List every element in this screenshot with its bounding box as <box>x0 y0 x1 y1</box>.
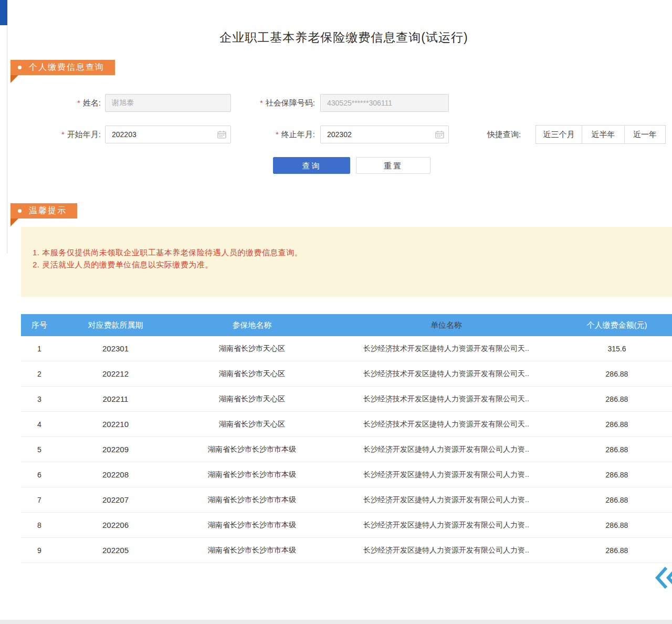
table-cell: 湖南省长沙市长沙市市本级 <box>173 495 331 505</box>
table-cell: 4 <box>21 420 58 429</box>
table-cell: 286.88 <box>562 445 672 454</box>
table-cell: 202207 <box>58 495 173 504</box>
table-cell: 286.88 <box>562 521 672 529</box>
name-label: *姓名: <box>32 94 101 112</box>
ssn-input <box>320 94 449 112</box>
table-cell: 湖南省长沙市天心区 <box>173 344 331 353</box>
table-cell: 202212 <box>58 369 173 378</box>
quick-last-half-year-button[interactable]: 近半年 <box>582 125 625 144</box>
table-cell: 长沙经济技术开发区捷特人力资源开发有限公司天.. <box>331 394 562 404</box>
table-cell: 202301 <box>58 344 173 353</box>
table-row: 1202301湖南省长沙市天心区长沙经济技术开发区捷特人力资源开发有限公司天..… <box>21 336 672 361</box>
table-cell: 286.88 <box>562 370 672 378</box>
bullet-dot-icon <box>18 209 22 213</box>
table-cell: 5 <box>21 445 58 454</box>
table-header-employer: 单位名称 <box>331 320 562 330</box>
calendar-icon[interactable] <box>435 130 444 141</box>
table-cell: 长沙经济技术开发区捷特人力资源开发有限公司天.. <box>331 420 562 429</box>
table-cell: 湖南省长沙市长沙市市本级 <box>173 470 331 480</box>
table-cell: 9 <box>21 546 58 555</box>
tips-line: 1. 本服务仅提供尚未领取企业职工基本养老保险待遇人员的缴费信息查询。 <box>33 246 659 258</box>
table-cell: 湖南省长沙市长沙市市本级 <box>173 445 331 454</box>
table-rows: 1202301湖南省长沙市天心区长沙经济技术开发区捷特人力资源开发有限公司天..… <box>21 336 672 563</box>
table-cell: 长沙经济开发区捷特人力资源开发有限公司人力资.. <box>331 546 562 555</box>
table-header-index: 序号 <box>21 320 58 330</box>
page-title: 企业职工基本养老保险缴费信息查询(试运行) <box>16 29 672 46</box>
table-cell: 202211 <box>58 394 173 403</box>
end-month-input[interactable] <box>320 126 449 143</box>
table-header-period: 对应费款所属期 <box>58 320 173 330</box>
table-cell: 286.88 <box>562 420 672 429</box>
table-cell: 202205 <box>58 546 173 555</box>
table-cell: 202208 <box>58 470 173 479</box>
quick-last-3-months-button[interactable]: 近三个月 <box>536 125 582 144</box>
quick-query-label: 快捷查询: <box>487 125 521 144</box>
table-cell: 湖南省长沙市天心区 <box>173 420 331 429</box>
table-cell: 2 <box>21 370 58 378</box>
table-row: 2202212湖南省长沙市天心区长沙经济技术开发区捷特人力资源开发有限公司天..… <box>21 361 672 387</box>
query-button[interactable]: 查询 <box>273 157 350 174</box>
table-cell: 长沙经济开发区捷特人力资源开发有限公司人力资.. <box>331 495 562 505</box>
table-cell: 长沙经济开发区捷特人力资源开发有限公司人力资.. <box>331 470 562 480</box>
table-cell: 286.88 <box>562 546 672 555</box>
table-cell: 湖南省长沙市长沙市市本级 <box>173 546 331 555</box>
table-cell: 1 <box>21 345 58 353</box>
table-cell: 湖南省长沙市天心区 <box>173 394 331 404</box>
section-badge-personal-payment-query: 个人缴费信息查询 <box>10 60 115 75</box>
name-input <box>105 94 231 112</box>
table-cell: 286.88 <box>562 395 672 403</box>
section-badge-label: 个人缴费信息查询 <box>29 62 104 73</box>
table-cell: 202209 <box>58 445 173 454</box>
table-row: 3202211湖南省长沙市天心区长沙经济技术开发区捷特人力资源开发有限公司天..… <box>21 387 672 412</box>
section-badge-tips: 温馨提示 <box>10 203 77 219</box>
table-header-row: 序号 对应费款所属期 参保地名称 单位名称 个人缴费金额(元) <box>21 314 672 336</box>
table-cell: 湖南省长沙市长沙市市本级 <box>173 521 331 530</box>
tips-line: 2. 灵活就业人员的缴费单位信息以实际缴费为准。 <box>33 258 659 271</box>
table-cell: 286.88 <box>562 496 672 504</box>
table-cell: 3 <box>21 395 58 403</box>
end-month-label: *终止年月: <box>231 126 315 143</box>
table-row: 5202209湖南省长沙市长沙市市本级长沙经济开发区捷特人力资源开发有限公司人力… <box>21 437 672 462</box>
table-cell: 长沙经济技术开发区捷特人力资源开发有限公司天.. <box>331 369 562 379</box>
ribbon-fold <box>10 219 18 226</box>
ribbon-fold <box>10 75 18 83</box>
table-cell: 7 <box>21 496 58 504</box>
page: 企业职工基本养老保险缴费信息查询(试运行) 个人缴费信息查询 *姓名: *社会保… <box>0 0 672 624</box>
quick-query-group: 近三个月 近半年 近一年 <box>536 125 666 144</box>
required-asterisk: * <box>61 130 65 139</box>
table-row: 4202210湖南省长沙市天心区长沙经济技术开发区捷特人力资源开发有限公司天..… <box>21 412 672 437</box>
table-header-amount: 个人缴费金额(元) <box>562 320 672 330</box>
table-row: 8202206湖南省长沙市长沙市市本级长沙经济开发区捷特人力资源开发有限公司人力… <box>21 513 672 538</box>
section-badge-label: 温馨提示 <box>29 205 67 216</box>
bottom-edge-strip <box>0 620 672 624</box>
tips-notice-box: 1. 本服务仅提供尚未领取企业职工基本养老保险待遇人员的缴费信息查询。 2. 灵… <box>21 227 672 297</box>
table-cell: 315.6 <box>562 345 672 353</box>
table-cell: 长沙经济技术开发区捷特人力资源开发有限公司天.. <box>331 344 562 353</box>
start-month-label: *开始年月: <box>32 126 101 143</box>
quick-last-year-button[interactable]: 近一年 <box>624 125 666 144</box>
table-row: 6202208湖南省长沙市长沙市市本级长沙经济开发区捷特人力资源开发有限公司人力… <box>21 462 672 487</box>
required-asterisk: * <box>77 98 80 107</box>
required-asterisk: * <box>260 98 263 107</box>
reset-button[interactable]: 重置 <box>356 157 430 174</box>
table-cell: 202206 <box>58 521 173 529</box>
table-cell: 长沙经济开发区捷特人力资源开发有限公司人力资.. <box>331 445 562 454</box>
required-asterisk: * <box>276 130 279 139</box>
table-cell: 6 <box>21 471 58 479</box>
bullet-dot-icon <box>18 66 22 69</box>
payment-records-table: 序号 对应费款所属期 参保地名称 单位名称 个人缴费金额(元) 1202301湖… <box>21 314 672 563</box>
table-cell: 286.88 <box>562 471 672 479</box>
table-header-insured-place: 参保地名称 <box>173 320 331 330</box>
table-cell: 长沙经济开发区捷特人力资源开发有限公司人力资.. <box>331 521 562 530</box>
double-chevron-left-icon[interactable] <box>654 565 672 590</box>
calendar-icon[interactable] <box>217 130 226 141</box>
table-cell: 202210 <box>58 420 173 429</box>
start-month-input[interactable] <box>105 126 231 143</box>
ssn-label: *社会保障号码: <box>231 94 315 112</box>
table-row: 9202205湖南省长沙市长沙市市本级长沙经济开发区捷特人力资源开发有限公司人力… <box>21 538 672 563</box>
sidebar-edge-fragment <box>0 0 7 25</box>
table-cell: 8 <box>21 521 58 529</box>
table-row: 7202207湖南省长沙市长沙市市本级长沙经济开发区捷特人力资源开发有限公司人力… <box>21 487 672 513</box>
left-divider-line <box>7 0 7 253</box>
table-cell: 湖南省长沙市天心区 <box>173 369 331 379</box>
